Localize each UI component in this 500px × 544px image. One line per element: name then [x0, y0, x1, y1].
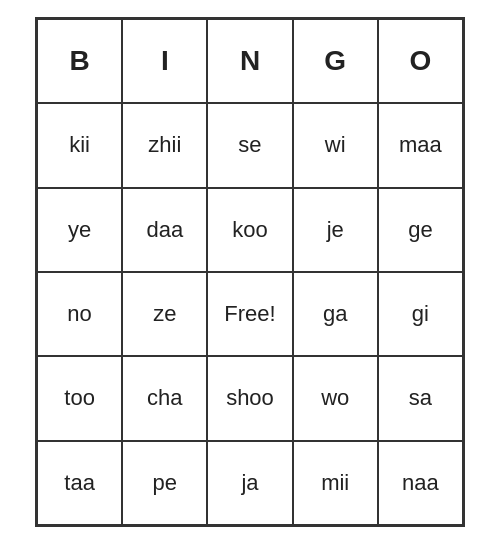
- bingo-row-2: ye daa koo je ge: [37, 188, 463, 272]
- cell-4-1: too: [37, 356, 122, 440]
- cell-3-5: gi: [378, 272, 463, 356]
- cell-4-5: sa: [378, 356, 463, 440]
- cell-3-1: no: [37, 272, 122, 356]
- header-o: O: [378, 19, 463, 103]
- header-g: G: [293, 19, 378, 103]
- bingo-row-5: taa pe ja mii naa: [37, 441, 463, 525]
- cell-2-4: je: [293, 188, 378, 272]
- bingo-header-row: B I N G O: [37, 19, 463, 103]
- bingo-card: B I N G O kii zhii se wi maa ye daa koo …: [35, 17, 465, 527]
- cell-4-3: shoo: [207, 356, 292, 440]
- cell-5-1: taa: [37, 441, 122, 525]
- bingo-row-1: kii zhii se wi maa: [37, 103, 463, 187]
- cell-4-2: cha: [122, 356, 207, 440]
- cell-2-2: daa: [122, 188, 207, 272]
- cell-5-4: mii: [293, 441, 378, 525]
- cell-2-1: ye: [37, 188, 122, 272]
- cell-2-5: ge: [378, 188, 463, 272]
- cell-1-4: wi: [293, 103, 378, 187]
- cell-3-3-free: Free!: [207, 272, 292, 356]
- cell-1-3: se: [207, 103, 292, 187]
- header-b: B: [37, 19, 122, 103]
- cell-5-5: naa: [378, 441, 463, 525]
- cell-1-5: maa: [378, 103, 463, 187]
- cell-3-4: ga: [293, 272, 378, 356]
- cell-2-3: koo: [207, 188, 292, 272]
- bingo-row-4: too cha shoo wo sa: [37, 356, 463, 440]
- cell-3-2: ze: [122, 272, 207, 356]
- cell-1-1: kii: [37, 103, 122, 187]
- cell-5-3: ja: [207, 441, 292, 525]
- header-i: I: [122, 19, 207, 103]
- cell-4-4: wo: [293, 356, 378, 440]
- bingo-row-3: no ze Free! ga gi: [37, 272, 463, 356]
- cell-1-2: zhii: [122, 103, 207, 187]
- cell-5-2: pe: [122, 441, 207, 525]
- header-n: N: [207, 19, 292, 103]
